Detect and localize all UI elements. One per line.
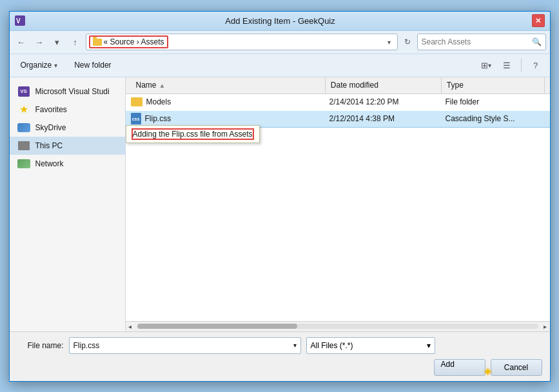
- search-input[interactable]: [422, 37, 529, 46]
- cancel-label: Cancel: [504, 363, 528, 372]
- scroll-thumb[interactable]: [137, 324, 298, 329]
- search-box: 🔍: [417, 34, 546, 50]
- sidebar-label-visual-studio: Microsoft Visual Studi: [35, 87, 110, 96]
- tooltip-text: Adding the Flip.css file from Assets: [132, 128, 254, 140]
- file-date-flip: 2/12/2014 4:38 PM: [329, 114, 446, 123]
- file-name-label-models: Models: [146, 97, 172, 106]
- file-type-select[interactable]: All Files (*.*) ▾: [306, 337, 435, 354]
- address-bar[interactable]: « Source › Assets ▾: [86, 34, 398, 50]
- organize-dropdown-icon: ▾: [54, 62, 57, 69]
- file-name-row: File name: Flip.css ▾ All Files (*.*) ▾: [17, 337, 542, 354]
- file-type-value: All Files (*.*): [311, 341, 353, 350]
- css-file-icon: css: [131, 113, 141, 124]
- add-button[interactable]: Add: [434, 359, 485, 376]
- scroll-left-arrow[interactable]: ◂: [126, 321, 135, 331]
- sidebar-item-visual-studio[interactable]: VS Microsoft Visual Studi: [10, 83, 125, 101]
- forward-button[interactable]: →: [32, 34, 47, 50]
- favorites-icon: ★: [17, 104, 30, 115]
- sidebar-label-favorites: Favorites: [35, 105, 67, 114]
- file-name-dropdown-icon[interactable]: ▾: [293, 342, 297, 349]
- bottom-bar: File name: Flip.css ▾ All Files (*.*) ▾ …: [10, 331, 550, 381]
- col-date-label: Date modified: [331, 81, 378, 90]
- sidebar-item-network[interactable]: Network: [10, 155, 125, 173]
- svg-text:V: V: [16, 17, 21, 24]
- file-name-value: Flip.css: [74, 341, 100, 350]
- scroll-track[interactable]: [137, 324, 538, 329]
- refresh-button[interactable]: ↻: [400, 35, 415, 49]
- title-bar: V Add Existing Item - GeekQuiz ✕: [10, 12, 550, 31]
- file-type-flip: Cascading Style S...: [446, 114, 545, 123]
- dialog-title: Add Existing Item - GeekQuiz: [29, 16, 532, 26]
- new-folder-label: New folder: [74, 61, 111, 70]
- add-label: Add: [441, 360, 455, 369]
- new-folder-button[interactable]: New folder: [68, 57, 117, 73]
- toolbar: Organize ▾ New folder ⊞ ▾ ☰ ?: [10, 54, 550, 77]
- main-file-pane: Name ▲ Date modified Type Models: [126, 77, 550, 331]
- file-list-body: Models 2/14/2014 12:20 PM File folder cs…: [126, 94, 550, 321]
- sidebar-label-network: Network: [35, 159, 64, 168]
- back-button[interactable]: ←: [14, 34, 29, 50]
- tooltip: Adding the Flip.css file from Assets: [126, 125, 260, 143]
- file-name-label: File name:: [17, 341, 64, 350]
- view-toggle-button[interactable]: ⊞ ▾: [477, 57, 495, 73]
- vs-icon: VS: [17, 86, 30, 97]
- file-date-models: 2/14/2014 12:20 PM: [329, 97, 446, 106]
- view-icon: ⊞: [481, 61, 488, 70]
- organize-label: Organize: [21, 61, 52, 70]
- skydrive-icon: [17, 122, 30, 133]
- col-sort-icon: ▲: [159, 82, 166, 89]
- help-button[interactable]: ?: [527, 57, 545, 73]
- search-icon: 🔍: [532, 37, 542, 46]
- add-existing-item-dialog: V Add Existing Item - GeekQuiz ✕ ← → ▾ ↑…: [9, 11, 551, 382]
- col-type-label: Type: [447, 81, 464, 90]
- breadcrumb: « Source › Assets: [89, 35, 382, 48]
- details-view-button[interactable]: ☰: [498, 57, 516, 73]
- dropdown-button[interactable]: ▾: [50, 34, 65, 50]
- sidebar-item-this-pc[interactable]: This PC: [10, 137, 125, 155]
- folder-icon: [93, 39, 102, 46]
- sidebar-item-skydrive[interactable]: SkyDrive: [10, 119, 125, 137]
- file-name-flip: css Flip.css: [131, 113, 329, 124]
- toolbar-divider: [521, 59, 522, 72]
- file-type-models: File folder: [446, 97, 545, 106]
- toolbar-right: ⊞ ▾ ☰ ?: [477, 57, 545, 73]
- navigation-bar: ← → ▾ ↑ « Source › Assets ▾ ↻ 🔍: [10, 31, 550, 54]
- file-list-header: Name ▲ Date modified Type: [126, 77, 550, 94]
- organize-button[interactable]: Organize ▾: [15, 57, 64, 73]
- network-icon: [17, 159, 30, 169]
- column-header-type[interactable]: Type: [442, 77, 545, 93]
- breadcrumb-highlight: « Source › Assets: [89, 35, 168, 48]
- vs-title-icon: V: [15, 15, 25, 26]
- breadcrumb-text: « Source › Assets: [104, 37, 164, 46]
- file-name-input[interactable]: Flip.css ▾: [69, 337, 301, 354]
- up-button[interactable]: ↑: [68, 34, 83, 50]
- action-row: Add Cancel: [17, 359, 542, 376]
- file-name-models: Models: [131, 97, 329, 106]
- content-area: VS Microsoft Visual Studi ★ Favorites Sk…: [10, 77, 550, 331]
- sidebar-label-skydrive: SkyDrive: [35, 123, 66, 132]
- pc-icon: [17, 141, 30, 151]
- column-header-name[interactable]: Name ▲: [131, 77, 326, 93]
- cancel-button[interactable]: Cancel: [491, 359, 542, 376]
- horizontal-scrollbar[interactable]: ◂ ▸: [126, 321, 550, 331]
- sidebar-item-favorites[interactable]: ★ Favorites: [10, 101, 125, 119]
- sidebar: VS Microsoft Visual Studi ★ Favorites Sk…: [10, 77, 126, 331]
- view-dropdown: ▾: [488, 62, 491, 69]
- help-icon: ?: [533, 61, 538, 70]
- address-dropdown-arrow[interactable]: ▾: [384, 39, 395, 46]
- close-button[interactable]: ✕: [532, 14, 545, 27]
- col-name-label: Name: [136, 81, 157, 90]
- file-type-dropdown-icon: ▾: [427, 341, 431, 350]
- file-name-label-flip: Flip.css: [145, 114, 172, 123]
- column-header-date[interactable]: Date modified: [326, 77, 442, 93]
- scroll-right-arrow[interactable]: ▸: [541, 321, 550, 331]
- file-row-flip-css[interactable]: css Flip.css 2/12/2014 4:38 PM Cascading…: [126, 111, 550, 128]
- details-icon: ☰: [503, 61, 511, 70]
- file-row-models[interactable]: Models 2/14/2014 12:20 PM File folder: [126, 94, 550, 111]
- sidebar-label-this-pc: This PC: [35, 141, 63, 150]
- folder-icon-models: [131, 97, 142, 106]
